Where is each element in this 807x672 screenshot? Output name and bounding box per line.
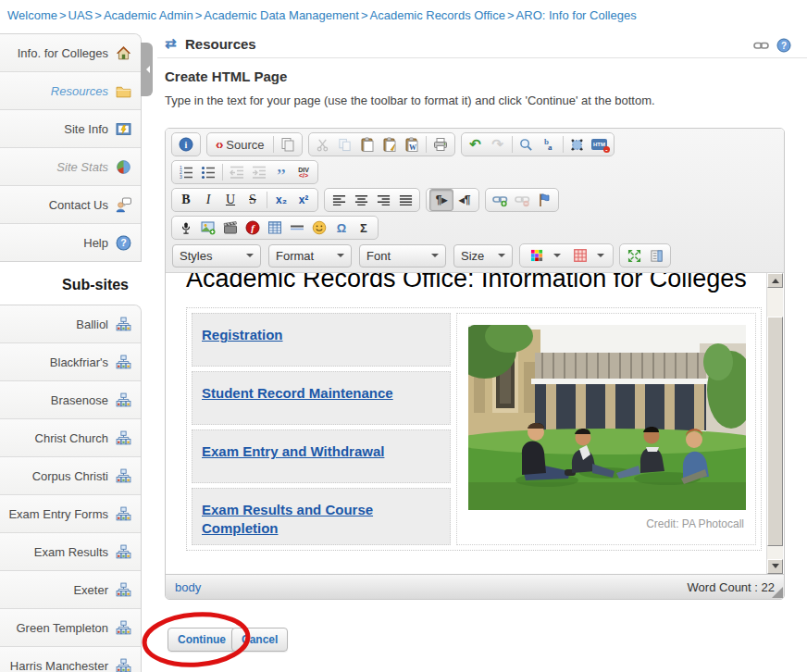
- smiley-icon: [312, 220, 328, 236]
- resize-grip[interactable]: [772, 587, 783, 598]
- subsite-item-balliol[interactable]: Balliol: [0, 305, 141, 343]
- breadcrumb-separator: >: [195, 8, 203, 22]
- sitemap-icon: [116, 392, 131, 408]
- refresh-icon[interactable]: ⇄: [165, 35, 177, 52]
- select-all-button[interactable]: [566, 134, 589, 155]
- insert-video-button[interactable]: [219, 218, 242, 238]
- breadcrumb-link[interactable]: Academic Data Management: [204, 8, 359, 22]
- content-link-registration[interactable]: Registration: [202, 327, 283, 342]
- paste-button[interactable]: [356, 134, 379, 155]
- blockquote-button[interactable]: ”: [270, 162, 292, 182]
- help-icon[interactable]: ?: [776, 37, 791, 53]
- continue-button[interactable]: Continue: [168, 628, 236, 652]
- help-icon: ?: [116, 235, 131, 251]
- format-dropdown[interactable]: Format: [268, 244, 352, 268]
- sidebar-item-site-info[interactable]: Site Info: [0, 110, 141, 148]
- sidebar-item-resources[interactable]: Resources: [0, 72, 141, 110]
- italic-button[interactable]: I: [197, 190, 219, 210]
- special-char-button[interactable]: Ω: [330, 218, 353, 238]
- text-direction-ltr-button[interactable]: ¶▸: [429, 189, 453, 211]
- element-path[interactable]: body: [175, 580, 201, 594]
- anchor-button[interactable]: [533, 190, 555, 210]
- subsites-heading: Sub-sites: [0, 262, 142, 305]
- text-color-button[interactable]: [523, 245, 566, 266]
- styles-dropdown[interactable]: Styles: [172, 244, 261, 268]
- sidebar-item-contact-us[interactable]: Contact Us: [0, 186, 141, 224]
- remove-format-button[interactable]: HTM-: [589, 134, 611, 155]
- horizontal-rule-button[interactable]: [286, 218, 308, 238]
- subsite-item-exeter[interactable]: Exeter: [0, 571, 141, 609]
- subsite-item-green-templeton[interactable]: Green Templeton: [0, 609, 141, 647]
- content-link-student-record-maintenance[interactable]: Student Record Maintenance: [202, 385, 393, 401]
- find-button[interactable]: [515, 134, 538, 155]
- clapperboard-icon: [223, 220, 239, 236]
- show-blocks-button[interactable]: [645, 245, 667, 266]
- font-dropdown[interactable]: Font: [359, 244, 446, 268]
- subsite-item-corpus-christi[interactable]: Corpus Christi: [0, 457, 141, 495]
- align-left-button[interactable]: [328, 190, 350, 210]
- breadcrumb-link[interactable]: ARO: Info for Colleges: [516, 8, 637, 22]
- editor-content-area[interactable]: Academic Records Office: Information for…: [166, 273, 784, 574]
- background-color-button[interactable]: [566, 245, 610, 266]
- replace-button[interactable]: ba: [538, 134, 560, 155]
- justify-button[interactable]: [394, 190, 416, 210]
- align-right-button[interactable]: [372, 190, 394, 210]
- smiley-button[interactable]: [308, 218, 330, 238]
- paste-text-button[interactable]: [379, 134, 401, 155]
- content-link-exam-results-and-course-completion[interactable]: Exam Results and Course Completion: [202, 502, 373, 536]
- bold-button[interactable]: B: [175, 190, 197, 210]
- text-direction-rtl-button[interactable]: ◂¶: [453, 190, 476, 210]
- undo-button[interactable]: ↶: [465, 134, 487, 155]
- subsite-item-brasenose[interactable]: Brasenose: [0, 381, 141, 419]
- link-icon[interactable]: [753, 37, 769, 53]
- breadcrumb-link[interactable]: Academic Records Office: [370, 8, 505, 22]
- content-link-exam-entry-and-withdrawal[interactable]: Exam Entry and Withdrawal: [202, 443, 384, 459]
- subscript-button[interactable]: x₂: [270, 190, 292, 210]
- scroll-down-button[interactable]: [767, 559, 783, 574]
- sidebar-item-help[interactable]: Help ?: [0, 224, 141, 261]
- align-center-button[interactable]: [350, 190, 372, 210]
- numbered-list-button[interactable]: 123: [175, 162, 197, 182]
- equation-button[interactable]: Σ: [353, 218, 375, 238]
- breadcrumb-link[interactable]: Welcome: [7, 8, 57, 22]
- subsite-item-harris-manchester[interactable]: Harris Manchester: [0, 647, 141, 672]
- superscript-button[interactable]: x²: [292, 190, 315, 210]
- insert-link-button[interactable]: [489, 190, 511, 210]
- sitemap-icon: [116, 658, 131, 672]
- sidebar-collapse-handle[interactable]: [141, 43, 153, 96]
- sidebar-item-site-stats[interactable]: Site Stats: [0, 148, 141, 186]
- strikethrough-button[interactable]: S: [242, 190, 264, 210]
- breadcrumb-link[interactable]: Academic Admin: [104, 8, 193, 22]
- sidebar-item-info-for-colleges[interactable]: Info. for Colleges: [0, 34, 141, 72]
- insert-table-button[interactable]: [264, 218, 286, 238]
- svg-text:W: W: [409, 143, 416, 152]
- subsite-item-exam-results[interactable]: Exam Results: [0, 533, 141, 571]
- subsite-item-exam-entry-forms[interactable]: Exam Entry Forms: [0, 495, 141, 533]
- college-lawn-photo: [468, 325, 746, 510]
- bulleted-list-button[interactable]: [197, 162, 219, 182]
- templates-button[interactable]: [277, 134, 299, 155]
- breadcrumb-link[interactable]: UAS: [68, 8, 93, 22]
- scrollbar-thumb[interactable]: [767, 317, 783, 546]
- subsite-item-blackfriars[interactable]: Blackfriar's: [0, 343, 141, 381]
- cancel-button[interactable]: Cancel: [231, 628, 288, 652]
- maximize-button[interactable]: [623, 245, 645, 266]
- insert-image-button[interactable]: [197, 218, 219, 238]
- insert-flash-button[interactable]: f: [242, 218, 264, 238]
- about-button[interactable]: i: [175, 134, 197, 155]
- size-dropdown[interactable]: Size: [453, 244, 513, 268]
- underline-button[interactable]: U: [219, 190, 242, 210]
- editor-scrollbar[interactable]: [766, 273, 783, 574]
- subsite-item-christ-church[interactable]: Christ Church: [0, 419, 141, 457]
- insert-audio-button[interactable]: [175, 218, 197, 238]
- scroll-up-button[interactable]: [767, 273, 783, 288]
- paste-word-button[interactable]: W: [401, 134, 423, 155]
- div-container-button[interactable]: DIV</>: [292, 162, 315, 182]
- print-button[interactable]: [429, 134, 452, 155]
- replace-icon: ba: [540, 137, 556, 153]
- home-icon: [116, 45, 131, 61]
- content-title: Academic Records Office: Information for…: [186, 273, 784, 293]
- sidebar: Info. for Colleges Resources Site Info S…: [0, 33, 142, 672]
- folder-icon: [116, 83, 131, 99]
- source-button[interactable]: ‹›Source: [210, 134, 270, 155]
